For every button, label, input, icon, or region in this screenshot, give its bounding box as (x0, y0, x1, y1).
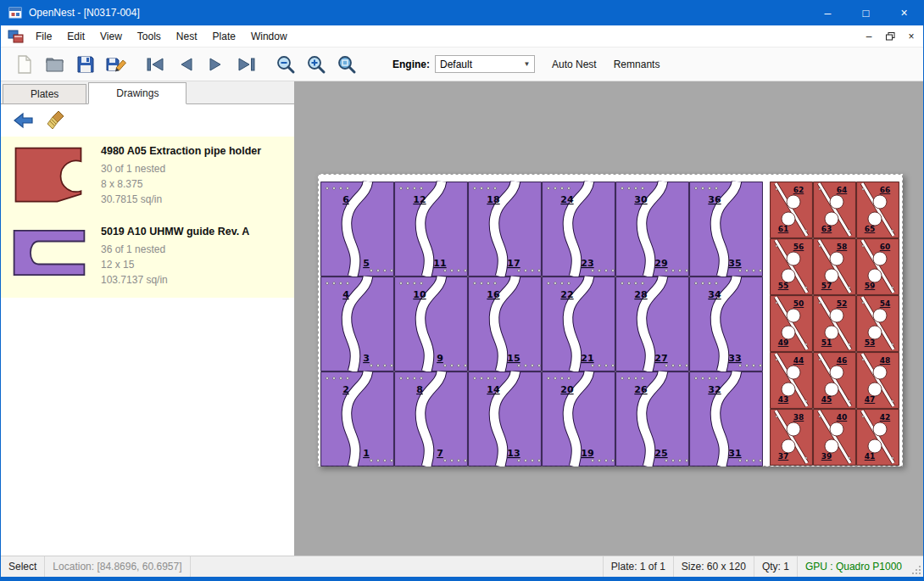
status-bar: Select Location: [84.8696, 60.6957] Plat… (1, 556, 923, 577)
svg-text:4: 4 (342, 289, 349, 300)
status-gpu: GPU : Quadro P1000 (797, 556, 910, 577)
engine-combobox[interactable]: Default ▼ (435, 55, 535, 73)
new-button[interactable] (9, 51, 40, 78)
svg-text:38: 38 (793, 413, 804, 422)
chevron-down-icon[interactable]: ▼ (520, 56, 534, 72)
zoom-out-button[interactable] (270, 51, 301, 78)
drawing-list-item[interactable]: 5019 A10 UHMW guide Rev. A 36 of 1 neste… (1, 217, 294, 298)
svg-text:13: 13 (507, 448, 520, 459)
menu-file[interactable]: File (28, 25, 59, 47)
purple-part-pair: 2019 (543, 372, 615, 466)
svg-text:35: 35 (728, 258, 741, 269)
resize-grip[interactable] (910, 556, 923, 577)
menu-edit[interactable]: Edit (59, 25, 92, 47)
svg-text:10: 10 (413, 289, 426, 300)
menu-view[interactable]: View (92, 25, 130, 47)
red-part-pair: 4847 (857, 353, 899, 409)
menu-plate[interactable]: Plate (205, 25, 243, 47)
drawing-list-item[interactable]: 4980 A05 Extraction pipe holder 30 of 1 … (1, 137, 294, 217)
part-shape (16, 148, 81, 202)
svg-text:64: 64 (837, 186, 848, 194)
open-button[interactable] (40, 51, 70, 78)
drawing-size: 8 x 8.375 (101, 176, 261, 192)
red-part-pair: 5655 (771, 239, 813, 295)
open-folder-icon (45, 54, 65, 75)
last-plate-button[interactable] (231, 51, 262, 78)
svg-text:46: 46 (837, 356, 848, 365)
svg-text:52: 52 (837, 299, 848, 308)
svg-text:18: 18 (487, 194, 499, 205)
svg-text:28: 28 (634, 289, 647, 300)
save-button[interactable] (70, 51, 101, 78)
clear-button[interactable] (43, 109, 69, 132)
svg-text:57: 57 (821, 282, 832, 290)
svg-text:22: 22 (560, 289, 573, 300)
part-thumbnail (11, 145, 92, 207)
svg-text:44: 44 (793, 356, 804, 365)
red-part-pair: 4443 (771, 353, 813, 409)
nest-canvas[interactable]: 6512111817242330293635431091615222128273… (294, 81, 923, 556)
part-thumbnail (11, 226, 92, 288)
purple-part-pair: 1615 (469, 277, 542, 372)
remnants-button[interactable]: Remnants (605, 51, 669, 78)
tab-drawings[interactable]: Drawings (88, 82, 186, 104)
zoom-extents-button[interactable] (331, 51, 362, 78)
mdi-restore-button[interactable] (881, 28, 899, 45)
status-qty: Qty: 1 (754, 556, 797, 577)
first-plate-button[interactable] (140, 51, 170, 78)
drawing-title: 5019 A10 UHMW guide Rev. A (101, 226, 249, 237)
svg-text:55: 55 (778, 282, 789, 290)
svg-text:43: 43 (778, 395, 789, 404)
svg-text:26: 26 (634, 384, 648, 395)
maximize-button[interactable]: □ (847, 0, 885, 25)
svg-text:25: 25 (654, 448, 667, 459)
window-title: OpenNest - [N0317-004] (29, 7, 140, 19)
menu-nest[interactable]: Nest (169, 25, 205, 47)
drawing-area: 30.7815 sq/in (101, 192, 261, 207)
svg-text:6: 6 (342, 194, 349, 205)
plate-view[interactable]: 6512111817242330293635431091615222128273… (318, 174, 903, 466)
svg-text:41: 41 (865, 452, 876, 461)
svg-text:42: 42 (880, 413, 891, 422)
next-plate-button[interactable] (201, 51, 231, 78)
svg-text:53: 53 (865, 338, 876, 347)
zoom-in-button[interactable] (301, 51, 331, 78)
status-location: Location: [84.8696, 60.6957] (45, 556, 190, 577)
mdi-document-icon[interactable] (8, 30, 25, 43)
grip-dots-icon (911, 565, 921, 575)
purple-part-pair: 21 (321, 372, 394, 466)
mdi-minimize-button[interactable]: – (860, 28, 878, 45)
tab-plates[interactable]: Plates (3, 84, 86, 103)
svg-text:56: 56 (793, 243, 804, 251)
menu-tools[interactable]: Tools (130, 25, 169, 47)
svg-text:2: 2 (342, 384, 349, 395)
svg-text:48: 48 (880, 356, 891, 365)
save-as-button[interactable] (101, 51, 131, 78)
sidebar: Plates Drawings (1, 81, 294, 556)
drawing-nested-count: 30 of 1 nested (101, 161, 261, 176)
svg-text:50: 50 (793, 299, 804, 308)
svg-text:49: 49 (778, 338, 789, 347)
menu-window[interactable]: Window (243, 25, 295, 47)
red-part-pair: 5251 (814, 296, 856, 352)
last-arrow-icon (237, 54, 257, 75)
purple-part-pair: 109 (395, 277, 468, 372)
zoom-out-icon (276, 54, 296, 75)
auto-nest-button[interactable]: Auto Nest (543, 51, 605, 78)
svg-text:62: 62 (793, 186, 804, 194)
previous-plate-button[interactable] (170, 51, 201, 78)
red-part-pair: 6463 (814, 182, 856, 238)
red-part-pair: 4241 (857, 410, 899, 466)
minimize-button[interactable]: – (809, 0, 847, 25)
svg-text:51: 51 (821, 338, 832, 347)
red-part-pair: 6261 (771, 182, 813, 238)
purple-part-pair: 65 (321, 182, 394, 277)
svg-text:20: 20 (560, 384, 574, 395)
send-to-plate-button[interactable] (11, 109, 36, 132)
close-button[interactable]: × (885, 0, 923, 25)
zoom-extents-icon (337, 54, 357, 75)
svg-text:60: 60 (880, 243, 891, 251)
zoom-in-icon (306, 54, 326, 75)
app-window: OpenNest - [N0317-004] – □ × File Edit V… (0, 0, 924, 581)
mdi-close-button[interactable]: × (902, 28, 921, 45)
